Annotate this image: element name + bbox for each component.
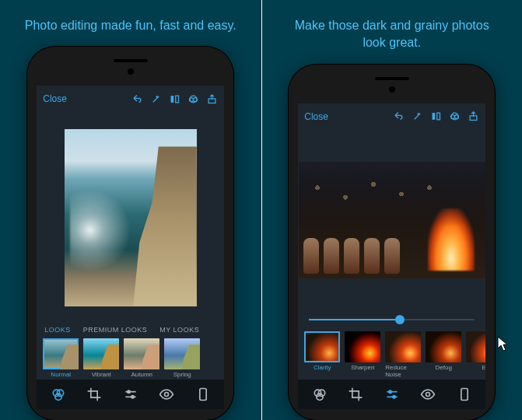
svg-point-27: [393, 396, 395, 398]
cloud-icon[interactable]: [448, 110, 461, 123]
thumb-image: [43, 338, 79, 369]
svg-point-28: [426, 393, 430, 397]
phone-frame-left: Close LOOKS PREMIUM LOOKS MY LOOKS Norma…: [27, 47, 233, 420]
thumb-image: [304, 331, 340, 362]
svg-rect-16: [437, 113, 440, 120]
promo-panel-left: Photo editing made fun, fast and easy. C…: [0, 0, 261, 420]
thumb-image: [345, 331, 380, 362]
crop-icon[interactable]: [86, 386, 103, 403]
undo-icon[interactable]: [392, 110, 405, 123]
svg-rect-1: [176, 96, 179, 103]
tab-my-looks[interactable]: MY LOOKS: [159, 326, 199, 334]
tab-premium-looks[interactable]: PREMIUM LOOKS: [83, 326, 148, 334]
thumb-image: [124, 338, 159, 369]
bottom-toolbar: [298, 380, 485, 409]
headline-left: Photo editing made fun, fast and easy.: [2, 0, 260, 42]
people-silhouettes: [303, 238, 400, 274]
thumb-image: [164, 338, 200, 369]
coast-photo: [65, 129, 197, 306]
thumb-vibrant[interactable]: Vibrant: [83, 338, 119, 378]
adjust-icon[interactable]: [384, 386, 401, 403]
app-screen-left: Close LOOKS PREMIUM LOOKS MY LOOKS Norma…: [37, 86, 224, 409]
thumb-image: [426, 331, 461, 362]
adjust-icon[interactable]: [122, 386, 139, 403]
close-button[interactable]: Close: [43, 93, 67, 104]
svg-point-13: [165, 393, 169, 397]
looks-icon[interactable]: [311, 386, 328, 403]
intensity-slider[interactable]: [309, 319, 475, 320]
undo-icon[interactable]: [131, 93, 143, 105]
share-icon[interactable]: [205, 93, 218, 105]
svg-point-23: [316, 394, 322, 400]
campfire-photo: [299, 162, 485, 278]
intensity-slider-row: [298, 311, 485, 328]
thumbnail-row: Normal Vibrant Autumn Spring: [37, 335, 224, 380]
auto-enhance-icon[interactable]: [411, 110, 423, 123]
svg-rect-14: [200, 389, 206, 401]
top-bar: Close: [298, 103, 485, 130]
slider-thumb[interactable]: [395, 315, 405, 324]
svg-point-11: [128, 390, 130, 393]
compare-icon[interactable]: [168, 93, 180, 105]
tab-looks[interactable]: LOOKS: [44, 326, 71, 334]
looks-icon[interactable]: [50, 386, 67, 403]
thumb-normal[interactable]: Normal: [43, 338, 79, 378]
thumb-image: [466, 331, 485, 362]
thumb-spring[interactable]: Spring: [164, 338, 200, 378]
top-bar: Close: [37, 86, 224, 112]
photo-canvas[interactable]: [37, 112, 224, 323]
thumb-image: [83, 338, 119, 369]
compare-icon[interactable]: [429, 110, 442, 123]
headline-right: Make those dark and grainy photos look g…: [262, 0, 523, 60]
svg-rect-29: [461, 389, 468, 401]
thumb-clarity[interactable]: Clarity: [304, 331, 340, 378]
app-screen-right: Close: [298, 103, 485, 409]
phone-frame-right: Close: [289, 65, 495, 420]
close-button[interactable]: Close: [304, 111, 328, 122]
thumb-autumn[interactable]: Autumn: [124, 338, 159, 378]
auto-enhance-icon[interactable]: [149, 93, 162, 105]
crop-icon[interactable]: [347, 386, 364, 403]
thumb-defog[interactable]: Defog: [426, 331, 461, 378]
thumbnail-row: Clarity Sharpen Reduce Noise Defog E: [298, 328, 485, 380]
svg-rect-15: [432, 113, 435, 120]
svg-rect-0: [170, 96, 173, 103]
slider-fill: [309, 319, 400, 320]
share-icon[interactable]: [467, 110, 479, 123]
svg-point-8: [54, 394, 61, 400]
photo-canvas[interactable]: [298, 130, 485, 311]
svg-point-26: [389, 390, 391, 393]
thumb-extra[interactable]: E: [466, 331, 485, 378]
svg-point-12: [131, 396, 134, 398]
cloud-icon[interactable]: [187, 93, 199, 105]
thumb-sharpen[interactable]: Sharpen: [345, 331, 380, 378]
thumb-reduce-noise[interactable]: Reduce Noise: [385, 331, 421, 378]
bottom-toolbar: [37, 380, 224, 409]
blemish-icon[interactable]: [194, 386, 212, 403]
redeye-icon[interactable]: [158, 386, 175, 403]
blemish-icon[interactable]: [456, 386, 473, 403]
category-tabs: LOOKS PREMIUM LOOKS MY LOOKS: [37, 323, 224, 335]
promo-panel-right: Make those dark and grainy photos look g…: [261, 0, 523, 420]
thumb-image: [385, 331, 421, 362]
redeye-icon[interactable]: [419, 386, 436, 403]
